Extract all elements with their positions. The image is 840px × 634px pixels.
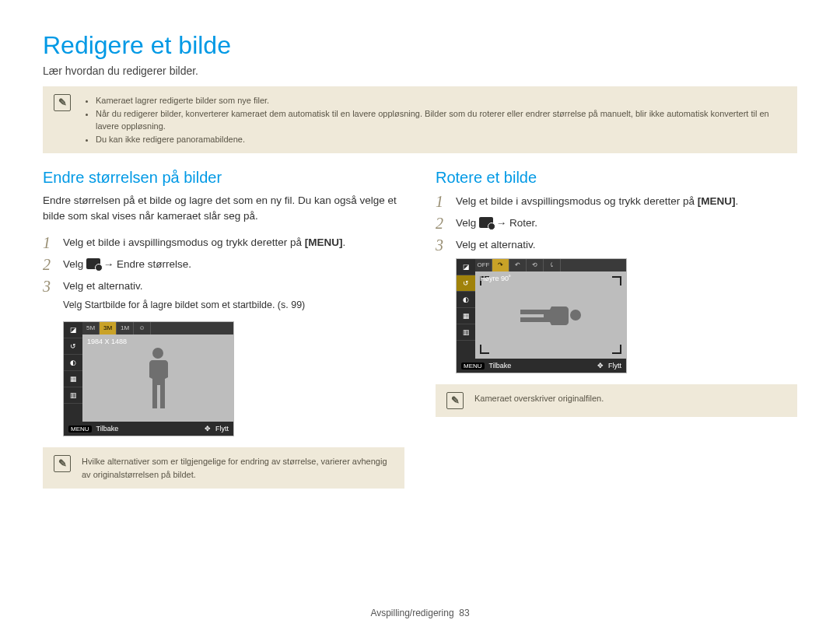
step-text: Velg → Endre størrelse. — [63, 256, 191, 272]
ss-move-label: Flytt — [608, 362, 621, 370]
ss-topicon-selected: ↷ — [492, 259, 509, 271]
page-footer: Avspilling/redigering 83 — [0, 608, 840, 618]
top-note-list: Kameraet lagrer redigerte bilder som nye… — [82, 94, 786, 145]
ss-topicon: 1M — [117, 322, 134, 335]
ss-sidebar: ◪ ↺ ◐ ▦ ▥ — [457, 259, 475, 359]
ss-topbar: 5M 3M 1M ☺ — [82, 322, 233, 335]
ss-sidebar: ◪ ↺ ◐ ▦ ▥ — [64, 322, 82, 422]
ss-icon: ↺ — [64, 338, 82, 355]
step-number: 1 — [43, 234, 55, 251]
section-desc-resize: Endre størrelsen på et bilde og lagre de… — [43, 193, 404, 223]
page-title: Redigere et bilde — [43, 31, 797, 60]
rotate-note-box: ✎ Kameraet overskriver originalfilen. — [436, 384, 797, 417]
ss-body — [82, 335, 233, 422]
step-1: 1 Velg et bilde i avspillingsmodus og tr… — [436, 193, 797, 210]
ss-topicon: 5M — [82, 322, 100, 335]
footer-page: 83 — [459, 608, 469, 618]
ss-topicon: ⤹ — [544, 259, 561, 271]
ss-topicon: ⟲ — [527, 259, 544, 271]
ss-topicon: ☺ — [134, 322, 151, 335]
page-subtitle: Lær hvordan du redigerer bilder. — [43, 65, 797, 77]
menu-badge: MENU — [68, 426, 92, 433]
step-text: Velg et alternativ. — [63, 278, 143, 294]
top-note-item: Når du redigerer bilder, konverterer kam… — [96, 107, 786, 133]
step-text: Velg et bilde i avspillingsmodus og tryk… — [456, 193, 738, 209]
footer-section: Avspilling/redigering — [370, 608, 453, 618]
ss-bottom-bar: MENU Tilbake ✥ Flytt — [64, 422, 233, 436]
nav-icon: ✥ — [205, 425, 211, 433]
section-resize: Endre størrelsen på bilder Endre størrel… — [43, 169, 404, 504]
top-note-item: Du kan ikke redigere panoramabildene. — [96, 133, 786, 146]
step-2: 2 Velg → Roter. — [436, 215, 797, 232]
person-silhouette-icon — [520, 299, 581, 331]
ss-back-label: Tilbake — [96, 425, 119, 433]
note-icon: ✎ — [446, 392, 464, 409]
menu-badge: MENU — [461, 363, 485, 370]
step-1: 1 Velg et bilde i avspillingsmodus og tr… — [43, 234, 404, 251]
note-icon: ✎ — [54, 455, 71, 472]
resize-note-text: Hvilke alternativer som er tilgjengelige… — [82, 455, 394, 481]
ss-move-label: Flytt — [215, 425, 229, 433]
ss-topicon: ↶ — [509, 259, 527, 271]
ss-topicon-selected: 3M — [100, 322, 117, 335]
person-silhouette-icon — [142, 348, 173, 408]
ss-back-label: Tilbake — [489, 362, 512, 370]
ss-icon: ◪ — [64, 322, 82, 338]
step-number: 2 — [43, 256, 55, 273]
step-number: 3 — [43, 278, 55, 295]
step-note: Velg Startbilde for å lagre bildet som e… — [63, 299, 404, 310]
step-3: 3 Velg et alternativ. — [43, 278, 404, 295]
section-rotate: Rotere et bilde 1 Velg et bilde i avspil… — [436, 169, 797, 504]
step-text: Velg → Roter. — [456, 215, 537, 231]
section-heading-resize: Endre størrelsen på bilder — [43, 169, 404, 187]
edit-menu-icon — [86, 258, 100, 269]
ss-icon: ◐ — [64, 355, 82, 371]
ss-icon-selected: ↺ — [457, 275, 475, 292]
ss-icon: ▥ — [64, 387, 82, 404]
step-text: Velg et alternativ. — [456, 236, 536, 253]
step-text: Velg et bilde i avspillingsmodus og tryk… — [63, 234, 345, 250]
step-2: 2 Velg → Endre størrelse. — [43, 256, 404, 273]
ss-topicon: OFF — [475, 259, 492, 271]
ss-rotate-label: Høyre 90˚ — [480, 275, 511, 282]
ss-icon: ◐ — [457, 292, 475, 308]
screenshot-rotate: ◪ ↺ ◐ ▦ ▥ OFF ↷ ↶ ⟲ ⤹ Høyre 90˚ — [456, 258, 627, 373]
ss-icon: ▦ — [64, 371, 82, 387]
ss-resolution-label: 1984 X 1488 — [87, 338, 127, 345]
ss-icon: ▥ — [457, 324, 475, 341]
rotate-note-text: Kameraet overskriver originalfilen. — [474, 392, 604, 405]
ss-icon: ◪ — [457, 259, 475, 275]
ss-bottom-bar: MENU Tilbake ✥ Flytt — [457, 359, 626, 373]
step-3: 3 Velg et alternativ. — [436, 236, 797, 254]
step-number: 1 — [436, 193, 448, 210]
ss-topbar: OFF ↷ ↶ ⟲ ⤹ — [475, 259, 626, 271]
ss-body — [475, 271, 626, 359]
section-heading-rotate: Rotere et bilde — [436, 169, 797, 187]
resize-note-box: ✎ Hvilke alternativer som er tilgjengeli… — [43, 447, 404, 489]
note-icon: ✎ — [54, 94, 71, 111]
ss-icon: ▦ — [457, 308, 475, 324]
screenshot-resize: ◪ ↺ ◐ ▦ ▥ 5M 3M 1M ☺ 1984 X 1488 MENU Ti… — [63, 321, 234, 436]
step-number: 2 — [436, 215, 448, 232]
top-note-item: Kameraet lagrer redigerte bilder som nye… — [96, 94, 786, 107]
nav-icon: ✥ — [597, 362, 604, 370]
step-number: 3 — [436, 236, 448, 254]
edit-menu-icon — [479, 217, 493, 228]
top-note-box: ✎ Kameraet lagrer redigerte bilder som n… — [43, 86, 797, 153]
